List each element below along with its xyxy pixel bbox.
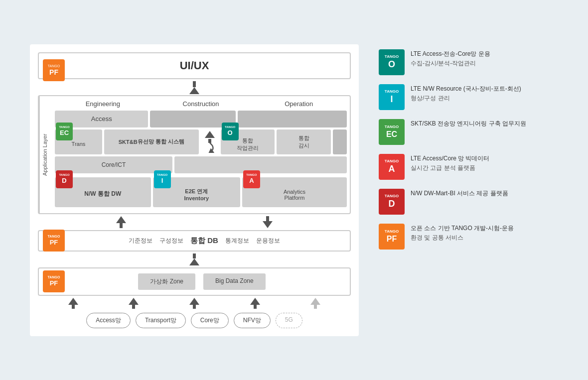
row-access: Access xyxy=(55,111,347,127)
badge-i-overlay: TANGO I xyxy=(154,170,171,188)
uiux-section: TANGO PF UI/UX xyxy=(38,52,351,79)
pill-nfv: NFV망 xyxy=(234,313,271,328)
toam-box2: 통합감시 xyxy=(277,129,331,154)
db-item-3: 통계정보 xyxy=(225,237,249,245)
legend-badge-a: TANGO A xyxy=(379,154,405,180)
arrow-down-right xyxy=(263,216,273,228)
app-layer-outer: Application Layer Engineering Constructi… xyxy=(38,95,351,214)
uiux-title: UI/UX xyxy=(180,59,209,72)
col-headers: Engineering Construction Operation xyxy=(55,100,347,108)
row-coreict: Core/ICT xyxy=(55,156,347,173)
arrow-db-up xyxy=(38,253,351,265)
legend-text-5: 오픈 소스 기반 TANGO 개발-시험-운용 환경 및 공통 서비스 xyxy=(411,224,514,243)
sktb-box: SKT&B 유선망 통합 시스템 xyxy=(104,129,199,154)
col-engineering: Engineering xyxy=(55,100,151,108)
db-item-2: 통합 DB xyxy=(190,236,218,246)
mid-arrow-area xyxy=(201,129,219,154)
db-items: 기준정보 구성정보 통합 DB 통계정보 운용정보 xyxy=(129,236,280,246)
legend-text-4: N/W DW-Mart-BI 서비스 제공 플랫폼 xyxy=(411,189,508,198)
legend-panel: TANGO O LTE Access-전송-Core망 운용 수집-감시/분석-… xyxy=(379,44,558,250)
curve-arrow-svg xyxy=(202,143,217,153)
db-item-1: 구성정보 xyxy=(159,237,183,245)
arrow-nfv-up xyxy=(250,298,260,309)
legend-badge-d: TANGO D xyxy=(379,189,405,215)
toam-group: TANGO O 통합작업관리 통합감시 xyxy=(221,129,331,154)
analytics-box: TANGO A Analytics Platform xyxy=(242,177,347,207)
badge-i: TANGO I xyxy=(154,170,171,188)
grey-coreict-right xyxy=(174,156,347,173)
virt-section: TANGO PF 가상화 Zone Big Data Zone xyxy=(38,267,351,296)
legend-item-0: TANGO O LTE Access-전송-Core망 운용 수집-감시/분석-… xyxy=(379,49,558,75)
legend-item-3: TANGO A LTE Access/Core 망 빅데이터 실시간 고급 분석… xyxy=(379,154,558,180)
badge-d: TANGO D xyxy=(56,170,73,188)
diagram-container: TANGO PF UI/UX Application Layer Enginee… xyxy=(30,44,359,336)
badge-ec-overlay: TANGO EC xyxy=(56,123,73,140)
legend-text-1: LTE N/W Resource (국사-장비-포트-회선) 형상/구성 관리 xyxy=(411,84,521,103)
badge-pf-virt: TANGO PF xyxy=(43,270,65,292)
legend-text-2: SKT/SKB 전송망 엔지니어링 구축 업무지원 xyxy=(411,119,526,128)
zone-virt: 가상화 Zone xyxy=(138,273,195,290)
pill-5g: 5G xyxy=(276,313,302,328)
legend-item-1: TANGO I LTE N/W Resource (국사-장비-포트-회선) 형… xyxy=(379,84,558,110)
badge-pf-virt-badge: TANGO PF xyxy=(43,270,65,292)
arrow-5g-up xyxy=(310,298,320,309)
grey-access-right xyxy=(238,111,347,127)
row-transport: TANGO EC Trans SKT&B 유선망 통합 시스템 xyxy=(55,129,347,154)
badge-pf-db-badge: TANGO PF xyxy=(43,230,65,252)
db-item-0: 기준정보 xyxy=(129,237,152,245)
grey-right-r2 xyxy=(333,129,347,154)
tango-pf-top-badge: TANGO PF xyxy=(43,57,65,82)
badge-d-overlay: TANGO D xyxy=(56,170,73,188)
legend-badge-o: TANGO O xyxy=(379,49,405,75)
legend-text-3: LTE Access/Core 망 빅데이터 실시간 고급 분석 플랫폼 xyxy=(411,154,489,173)
db-item-4: 운용정보 xyxy=(256,237,280,245)
network-pills: Access망 Transport망 Core망 NFV망 5G xyxy=(38,313,351,328)
badge-a: TANGO A xyxy=(243,170,260,188)
row-dw: TANGO D N/W 통합 DW TANGO I xyxy=(55,177,347,207)
legend-badge-i: TANGO I xyxy=(379,84,405,110)
legend-item-2: TANGO EC SKT/SKB 전송망 엔지니어링 구축 업무지원 xyxy=(379,119,558,145)
between-arrows xyxy=(48,216,341,228)
legend-badge-pf: TANGO PF xyxy=(379,224,405,250)
app-layer-label: Application Layer xyxy=(39,96,50,213)
pill-transport: Transport망 xyxy=(136,313,186,328)
badge-o-overlay: TANGO O xyxy=(222,123,239,140)
db-section: TANGO PF 기준정보 구성정보 통합 DB 통계정보 운용정보 xyxy=(38,230,351,252)
pill-core: Core망 xyxy=(191,313,229,328)
transport-box: TANGO EC Trans xyxy=(55,129,102,154)
dw-box: TANGO D N/W 통합 DW xyxy=(55,177,151,207)
zone-bigdata: Big Data Zone xyxy=(203,273,266,290)
arrow-up-left xyxy=(116,216,126,228)
arrow-core-up xyxy=(189,298,199,309)
arrow-access-up xyxy=(68,298,78,309)
legend-badge-ec: TANGO EC xyxy=(379,119,405,145)
legend-item-5: TANGO PF 오픈 소스 기반 TANGO 개발-시험-운용 환경 및 공통… xyxy=(379,224,558,250)
badge-a-overlay: TANGO A xyxy=(243,170,260,188)
bottom-arrows xyxy=(43,298,346,309)
badge-pf-db: TANGO PF xyxy=(43,230,65,252)
toam-box1: TANGO O 통합작업관리 xyxy=(221,129,275,154)
virt-zones: 가상화 Zone Big Data Zone xyxy=(138,273,265,290)
col-operation: Operation xyxy=(251,100,347,108)
arrow-uiux-down xyxy=(38,81,351,94)
badge-o: TANGO O xyxy=(222,123,239,140)
e2e-box: TANGO I E2E 연계 Inventory xyxy=(153,177,240,207)
pill-access: Access망 xyxy=(86,313,131,328)
legend-item-4: TANGO D N/W DW-Mart-BI 서비스 제공 플랫폼 xyxy=(379,189,558,215)
app-layer-content: Engineering Construction Operation Acces… xyxy=(52,96,350,213)
badge-pf-uiux: TANGO PF xyxy=(43,59,65,81)
main-wrapper: TANGO PF UI/UX Application Layer Enginee… xyxy=(20,34,568,346)
arrow-transport-up xyxy=(129,298,139,309)
badge-ec: TANGO EC xyxy=(56,123,73,140)
legend-text-0: LTE Access-전송-Core망 운용 수집-감시/분석-작업관리 xyxy=(411,49,490,68)
col-construction: Construction xyxy=(153,100,249,108)
